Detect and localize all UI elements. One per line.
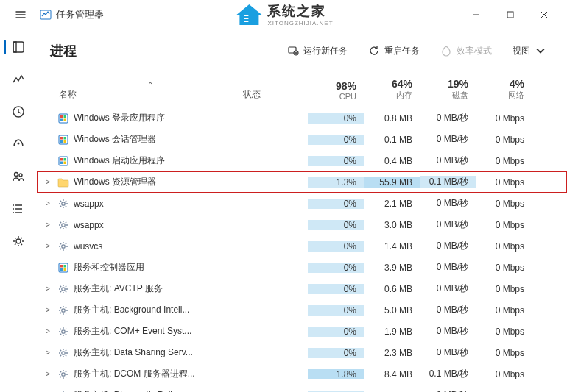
network-cell: 0 Mbps xyxy=(476,305,532,316)
table-row[interactable]: >服务主机: AVCTP 服务0%0.6 MB0 MB/秒0 Mbps xyxy=(37,278,567,299)
svg-rect-1 xyxy=(244,15,248,16)
table-row[interactable]: >服务主机: COM+ Event Syst...0%1.9 MB0 MB/秒0… xyxy=(37,321,567,342)
window-controls xyxy=(459,0,561,29)
table-row[interactable]: >服务主机: Data Sharing Serv...0%2.3 MB0 MB/… xyxy=(37,342,567,363)
cpu-cell: 0% xyxy=(308,284,364,294)
memory-cell: 1.9 MB xyxy=(364,327,420,337)
col-header-memory[interactable]: 64% 内存 xyxy=(364,78,420,101)
run-new-task-button[interactable]: 运行新任务 xyxy=(280,40,355,62)
efficiency-mode-label: 效率模式 xyxy=(457,45,492,57)
titlebar: 任务管理器 系统之家 XITONGZHIJIA.NET xyxy=(0,0,567,29)
table-row[interactable]: >wsappx0%3.0 MB0 MB/秒0 Mbps xyxy=(37,214,567,235)
svg-point-44 xyxy=(62,372,65,375)
network-cell: 0 Mbps xyxy=(476,241,532,252)
table-row[interactable]: >wsappx0%2.1 MB0 MB/秒0 Mbps xyxy=(37,193,567,214)
process-table-body[interactable]: Windows 登录应用程序0%0.8 MB0 MB/秒0 MbpsWindow… xyxy=(37,107,567,392)
network-cell: 0 Mbps xyxy=(476,135,532,145)
svg-rect-22 xyxy=(59,135,68,144)
svg-rect-37 xyxy=(64,265,67,268)
nav-services[interactable] xyxy=(4,228,33,254)
expander-icon[interactable]: > xyxy=(41,285,54,293)
expander-icon[interactable]: > xyxy=(41,306,54,314)
expander-icon[interactable]: > xyxy=(41,221,54,229)
nav-performance[interactable] xyxy=(4,66,33,93)
col-header-cpu[interactable]: 98% CPU xyxy=(308,80,364,101)
close-button[interactable] xyxy=(527,0,561,29)
network-cell: 0 Mbps xyxy=(476,199,532,209)
process-name: wsappx xyxy=(74,199,104,209)
watermark: 系统之家 XITONGZHIJIA.NET xyxy=(233,0,333,28)
table-row[interactable]: Windows 会话管理器0%0.1 MB0 MB/秒0 Mbps xyxy=(37,129,567,150)
maximize-button[interactable] xyxy=(493,0,527,29)
table-row[interactable]: >服务主机: DCOM 服务器进程...1.8%8.4 MB0.1 MB/秒0 … xyxy=(37,363,567,385)
disk-cell: 0 MB/秒 xyxy=(420,282,476,295)
table-row[interactable]: 服务和控制器应用0%3.9 MB0 MB/秒0 Mbps xyxy=(37,257,567,278)
network-cell: 0 Mbps xyxy=(476,177,532,188)
disk-cell: 0 MB/秒 xyxy=(420,240,476,252)
chevron-down-icon xyxy=(535,45,546,57)
content-header: 进程 运行新任务 重启任务 效率模式 视图 xyxy=(37,29,567,72)
restart-task-label: 重启任务 xyxy=(384,45,420,57)
col-header-status[interactable]: 状态 xyxy=(243,88,308,101)
memory-cell: 0.1 MB xyxy=(364,135,420,145)
disk-cell: 0 MB/秒 xyxy=(420,261,476,274)
nav-details[interactable] xyxy=(4,196,33,222)
network-cell: 0 Mbps xyxy=(476,284,532,294)
nav-app-history[interactable] xyxy=(4,99,33,125)
view-dropdown[interactable]: 视图 xyxy=(505,40,554,62)
memory-cell: 0.6 MB xyxy=(364,284,420,294)
cpu-cell: 0% xyxy=(308,263,364,273)
table-row[interactable]: Windows 启动应用程序0%0.4 MB0 MB/秒0 Mbps xyxy=(37,150,567,171)
run-new-task-label: 运行新任务 xyxy=(303,45,348,57)
watermark-main: 系统之家 xyxy=(267,2,333,20)
nav-processes[interactable] xyxy=(4,34,33,60)
view-label: 视图 xyxy=(513,45,530,57)
hamburger-menu-button[interactable] xyxy=(6,0,35,29)
efficiency-mode-button[interactable]: 效率模式 xyxy=(433,40,499,62)
svg-point-12 xyxy=(13,208,14,210)
taskmgr-icon xyxy=(40,9,52,21)
sort-caret-icon: ⌃ xyxy=(147,81,153,89)
expander-icon[interactable]: > xyxy=(41,327,54,335)
table-row[interactable]: >服务主机: Background Intell...0%5.0 MB0 MB/… xyxy=(37,299,567,321)
cpu-cell: 1.8% xyxy=(308,369,364,379)
svg-rect-5 xyxy=(13,42,24,52)
minimize-button[interactable] xyxy=(459,0,493,29)
content: 进程 运行新任务 重启任务 效率模式 视图 xyxy=(37,29,567,392)
expander-icon[interactable]: > xyxy=(41,178,54,186)
process-name: 服务主机: AVCTP 服务 xyxy=(74,282,163,295)
cpu-cell: 0% xyxy=(308,135,364,145)
disk-cell: 0 MB/秒 xyxy=(420,112,476,124)
expander-icon[interactable]: > xyxy=(41,242,54,250)
disk-cell: 0 MB/秒 xyxy=(420,197,476,210)
table-row[interactable]: Windows 登录应用程序0%0.8 MB0 MB/秒0 Mbps xyxy=(37,107,567,129)
table-row[interactable]: >服务主机: Diagnostic Policy ...0%9.3 MB0 MB… xyxy=(37,385,567,392)
window-title: 任务管理器 xyxy=(56,8,104,21)
disk-cell: 0 MB/秒 xyxy=(420,154,476,167)
svg-rect-18 xyxy=(60,115,63,118)
col-header-disk[interactable]: 19% 磁盘 xyxy=(420,78,476,101)
expander-icon[interactable]: > xyxy=(41,199,54,207)
svg-rect-25 xyxy=(60,140,63,143)
process-name: Windows 启动应用程序 xyxy=(74,154,165,167)
svg-rect-30 xyxy=(60,161,63,164)
table-row[interactable]: >wusvcs0%1.4 MB0 MB/秒0 Mbps xyxy=(37,235,567,257)
svg-rect-17 xyxy=(59,114,68,123)
network-cell: 0 Mbps xyxy=(476,327,532,337)
expander-icon[interactable]: > xyxy=(41,370,54,378)
expander-icon[interactable]: > xyxy=(41,349,54,357)
nav-users[interactable] xyxy=(4,163,33,190)
cpu-cell: 0% xyxy=(308,220,364,230)
disk-cell: 0 MB/秒 xyxy=(420,389,476,392)
svg-point-10 xyxy=(19,174,22,177)
col-header-name[interactable]: ⌃ 名称 xyxy=(37,88,243,101)
svg-rect-24 xyxy=(64,137,67,140)
svg-rect-27 xyxy=(59,157,68,165)
svg-point-40 xyxy=(62,287,65,290)
table-row[interactable]: >Windows 资源管理器1.3%55.9 MB0.1 MB/秒0 Mbps xyxy=(37,171,567,193)
col-header-network[interactable]: 4% 网络 xyxy=(476,78,532,101)
nav-startup[interactable] xyxy=(4,131,33,157)
process-name: wsappx xyxy=(74,220,104,230)
restart-task-button[interactable]: 重启任务 xyxy=(361,40,427,62)
memory-cell: 0.8 MB xyxy=(364,113,420,124)
